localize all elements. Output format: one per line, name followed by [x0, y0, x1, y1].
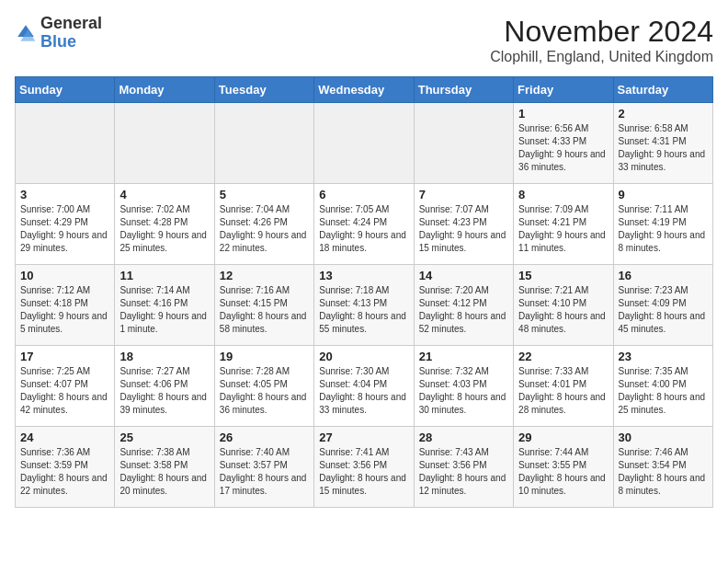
calendar-cell — [214, 103, 313, 184]
calendar-cell: 8Sunrise: 7:09 AM Sunset: 4:21 PM Daylig… — [514, 184, 613, 265]
day-number: 23 — [619, 350, 708, 363]
calendar-cell: 26Sunrise: 7:40 AM Sunset: 3:57 PM Dayli… — [214, 427, 313, 508]
day-of-week-header: Tuesday — [214, 77, 313, 103]
calendar-cell: 10Sunrise: 7:12 AM Sunset: 4:18 PM Dayli… — [16, 265, 115, 346]
calendar-cell: 12Sunrise: 7:16 AM Sunset: 4:15 PM Dayli… — [214, 265, 313, 346]
calendar-cell — [314, 103, 414, 184]
calendar-cell: 28Sunrise: 7:43 AM Sunset: 3:56 PM Dayli… — [414, 427, 513, 508]
day-info: Sunrise: 7:41 AM Sunset: 3:56 PM Dayligh… — [319, 446, 408, 498]
logo-text: General Blue — [40, 15, 102, 52]
day-info: Sunrise: 7:12 AM Sunset: 4:18 PM Dayligh… — [20, 284, 109, 336]
calendar-cell: 11Sunrise: 7:14 AM Sunset: 4:16 PM Dayli… — [115, 265, 214, 346]
day-info: Sunrise: 7:05 AM Sunset: 4:24 PM Dayligh… — [319, 203, 408, 255]
day-number: 12 — [220, 269, 309, 282]
day-info: Sunrise: 7:07 AM Sunset: 4:23 PM Dayligh… — [419, 203, 508, 255]
day-number: 30 — [619, 431, 708, 444]
day-number: 26 — [220, 431, 309, 444]
day-info: Sunrise: 7:16 AM Sunset: 4:15 PM Dayligh… — [220, 284, 309, 336]
day-info: Sunrise: 6:56 AM Sunset: 4:33 PM Dayligh… — [518, 122, 608, 174]
calendar-week-row: 24Sunrise: 7:36 AM Sunset: 3:59 PM Dayli… — [16, 427, 713, 508]
calendar-cell: 5Sunrise: 7:04 AM Sunset: 4:26 PM Daylig… — [214, 184, 313, 265]
day-info: Sunrise: 7:30 AM Sunset: 4:04 PM Dayligh… — [319, 365, 408, 417]
day-info: Sunrise: 7:35 AM Sunset: 4:00 PM Dayligh… — [619, 365, 708, 417]
calendar-cell: 6Sunrise: 7:05 AM Sunset: 4:24 PM Daylig… — [314, 184, 414, 265]
day-info: Sunrise: 7:02 AM Sunset: 4:28 PM Dayligh… — [119, 203, 209, 255]
calendar-header-row: SundayMondayTuesdayWednesdayThursdayFrid… — [16, 77, 713, 103]
calendar-cell: 4Sunrise: 7:02 AM Sunset: 4:28 PM Daylig… — [115, 184, 214, 265]
day-number: 22 — [518, 350, 608, 363]
day-number: 18 — [119, 350, 209, 363]
day-number: 19 — [220, 350, 309, 363]
calendar-week-row: 17Sunrise: 7:25 AM Sunset: 4:07 PM Dayli… — [16, 346, 713, 427]
day-number: 16 — [619, 269, 708, 282]
day-number: 27 — [319, 431, 408, 444]
calendar-cell: 7Sunrise: 7:07 AM Sunset: 4:23 PM Daylig… — [414, 184, 513, 265]
day-number: 13 — [319, 269, 408, 282]
day-info: Sunrise: 7:11 AM Sunset: 4:19 PM Dayligh… — [619, 203, 708, 255]
calendar-cell: 27Sunrise: 7:41 AM Sunset: 3:56 PM Dayli… — [314, 427, 414, 508]
calendar-cell: 14Sunrise: 7:20 AM Sunset: 4:12 PM Dayli… — [414, 265, 513, 346]
day-of-week-header: Wednesday — [314, 77, 414, 103]
logo: General Blue — [15, 15, 102, 52]
day-number: 14 — [419, 269, 508, 282]
calendar-cell: 17Sunrise: 7:25 AM Sunset: 4:07 PM Dayli… — [16, 346, 115, 427]
day-number: 8 — [518, 188, 608, 201]
calendar-cell: 13Sunrise: 7:18 AM Sunset: 4:13 PM Dayli… — [314, 265, 414, 346]
calendar-cell: 18Sunrise: 7:27 AM Sunset: 4:06 PM Dayli… — [115, 346, 214, 427]
calendar-cell: 25Sunrise: 7:38 AM Sunset: 3:58 PM Dayli… — [115, 427, 214, 508]
day-info: Sunrise: 7:43 AM Sunset: 3:56 PM Dayligh… — [419, 446, 508, 498]
location: Clophill, England, United Kingdom — [490, 49, 713, 65]
calendar-week-row: 10Sunrise: 7:12 AM Sunset: 4:18 PM Dayli… — [16, 265, 713, 346]
day-number: 2 — [619, 107, 708, 121]
calendar-cell: 20Sunrise: 7:30 AM Sunset: 4:04 PM Dayli… — [314, 346, 414, 427]
day-of-week-header: Monday — [115, 77, 214, 103]
day-info: Sunrise: 7:18 AM Sunset: 4:13 PM Dayligh… — [319, 284, 408, 336]
calendar-cell: 24Sunrise: 7:36 AM Sunset: 3:59 PM Dayli… — [16, 427, 115, 508]
day-number: 20 — [319, 350, 408, 363]
calendar-week-row: 1Sunrise: 6:56 AM Sunset: 4:33 PM Daylig… — [16, 103, 713, 184]
month-title: November 2024 — [490, 15, 713, 49]
day-number: 15 — [518, 269, 608, 282]
day-number: 5 — [220, 188, 309, 201]
day-number: 6 — [319, 188, 408, 201]
day-info: Sunrise: 7:32 AM Sunset: 4:03 PM Dayligh… — [419, 365, 508, 417]
calendar-cell: 3Sunrise: 7:00 AM Sunset: 4:29 PM Daylig… — [16, 184, 115, 265]
day-number: 25 — [119, 431, 209, 444]
calendar-week-row: 3Sunrise: 7:00 AM Sunset: 4:29 PM Daylig… — [16, 184, 713, 265]
calendar-cell: 29Sunrise: 7:44 AM Sunset: 3:55 PM Dayli… — [514, 427, 613, 508]
calendar-cell: 15Sunrise: 7:21 AM Sunset: 4:10 PM Dayli… — [514, 265, 613, 346]
day-info: Sunrise: 7:40 AM Sunset: 3:57 PM Dayligh… — [220, 446, 309, 498]
day-number: 7 — [419, 188, 508, 201]
calendar-cell: 19Sunrise: 7:28 AM Sunset: 4:05 PM Dayli… — [214, 346, 313, 427]
day-info: Sunrise: 7:28 AM Sunset: 4:05 PM Dayligh… — [220, 365, 309, 417]
day-info: Sunrise: 7:04 AM Sunset: 4:26 PM Dayligh… — [220, 203, 309, 255]
calendar-cell: 21Sunrise: 7:32 AM Sunset: 4:03 PM Dayli… — [414, 346, 513, 427]
day-info: Sunrise: 7:44 AM Sunset: 3:55 PM Dayligh… — [518, 446, 608, 498]
day-info: Sunrise: 7:27 AM Sunset: 4:06 PM Dayligh… — [119, 365, 209, 417]
day-info: Sunrise: 7:00 AM Sunset: 4:29 PM Dayligh… — [20, 203, 109, 255]
day-number: 9 — [619, 188, 708, 201]
day-of-week-header: Friday — [514, 77, 613, 103]
calendar-cell — [16, 103, 115, 184]
day-number: 21 — [419, 350, 508, 363]
day-info: Sunrise: 7:36 AM Sunset: 3:59 PM Dayligh… — [20, 446, 109, 498]
day-info: Sunrise: 7:20 AM Sunset: 4:12 PM Dayligh… — [419, 284, 508, 336]
day-info: Sunrise: 7:38 AM Sunset: 3:58 PM Dayligh… — [119, 446, 209, 498]
calendar-cell: 1Sunrise: 6:56 AM Sunset: 4:33 PM Daylig… — [514, 103, 613, 184]
day-of-week-header: Sunday — [16, 77, 115, 103]
day-number: 29 — [518, 431, 608, 444]
calendar-cell — [414, 103, 513, 184]
day-info: Sunrise: 7:46 AM Sunset: 3:54 PM Dayligh… — [619, 446, 708, 498]
day-info: Sunrise: 7:23 AM Sunset: 4:09 PM Dayligh… — [619, 284, 708, 336]
calendar-cell: 22Sunrise: 7:33 AM Sunset: 4:01 PM Dayli… — [514, 346, 613, 427]
day-number: 4 — [119, 188, 209, 201]
calendar-cell: 9Sunrise: 7:11 AM Sunset: 4:19 PM Daylig… — [613, 184, 712, 265]
title-area: November 2024 Clophill, England, United … — [490, 15, 713, 65]
calendar-cell — [115, 103, 214, 184]
day-number: 1 — [518, 107, 608, 121]
day-info: Sunrise: 7:25 AM Sunset: 4:07 PM Dayligh… — [20, 365, 109, 417]
calendar-cell: 2Sunrise: 6:58 AM Sunset: 4:31 PM Daylig… — [613, 103, 712, 184]
day-number: 17 — [20, 350, 109, 363]
day-number: 28 — [419, 431, 508, 444]
day-of-week-header: Saturday — [613, 77, 712, 103]
